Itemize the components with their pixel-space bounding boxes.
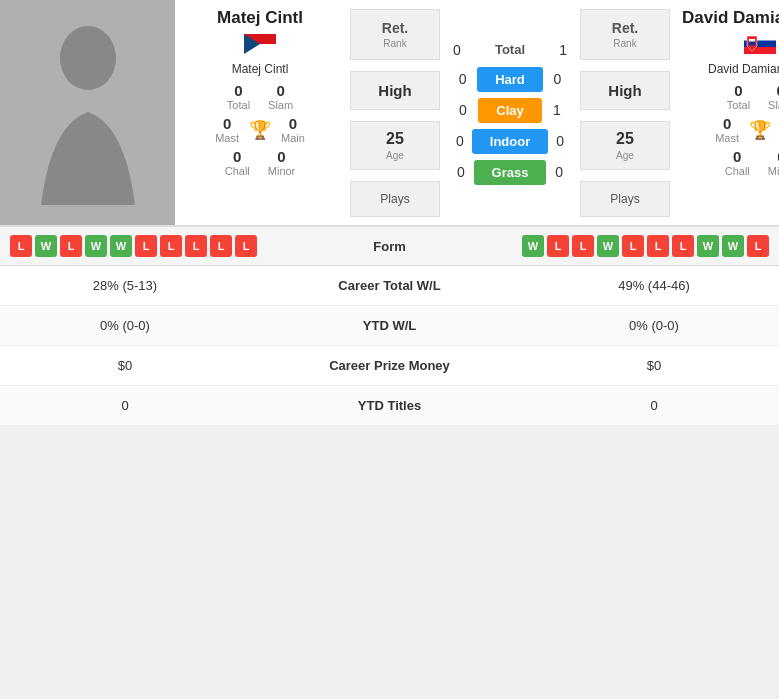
right-badge-l: L — [572, 235, 594, 257]
table-row-0: 28% (5-13) Career Total W/L 49% (44-46) — [0, 266, 779, 306]
left-stat-row1: 0 Total 0 Slam — [227, 82, 293, 111]
left-minor: 0 Minor — [268, 148, 296, 177]
right-total: 0 Total — [727, 82, 750, 111]
left-mast: 0 Mast — [215, 115, 239, 144]
left-info: Matej Cintl Matej Cintl 0 Total 0 Slam — [175, 0, 345, 225]
right-rank-box: Ret. Rank — [580, 9, 670, 60]
right-stat-row1: 0 Total 0 Slam — [727, 82, 779, 111]
table-right-3: 0 — [544, 398, 764, 413]
left-player-name-label: Matej Cintl — [232, 62, 289, 76]
right-info: David Damian Brna David Damian Brna 0 To… — [675, 0, 779, 225]
right-flag — [744, 34, 776, 54]
left-badge-l: L — [135, 235, 157, 257]
main-container: Matej Cintl Matej Cintl 0 Total 0 Slam — [0, 0, 779, 426]
left-stat-row2: 0 Mast 🏆 0 Main — [215, 115, 305, 144]
table-center-0: Career Total W/L — [235, 278, 544, 293]
right-badge-l: L — [747, 235, 769, 257]
table-left-3: 0 — [15, 398, 235, 413]
indoor-surface-btn[interactable]: Indoor — [472, 129, 548, 154]
table-left-0: 28% (5-13) — [15, 278, 235, 293]
right-minor: 0 Minor — [768, 148, 779, 177]
player-comparison: Matej Cintl Matej Cintl 0 Total 0 Slam — [0, 0, 779, 226]
table-row-3: 0 YTD Titles 0 — [0, 386, 779, 426]
left-plays-box: Plays — [350, 181, 440, 217]
left-form-badges: LWLWWLLLLL — [10, 235, 257, 257]
table-center-2: Career Prize Money — [235, 358, 544, 373]
surface-scores: 0 Total 1 0 Hard 0 0 Clay 1 0 Indoor 0 — [445, 0, 575, 225]
right-mast: 0 Mast — [715, 115, 739, 144]
right-player-name-label: David Damian Brna — [708, 62, 779, 76]
right-badge-l: L — [622, 235, 644, 257]
left-badge-l: L — [210, 235, 232, 257]
right-form-badges: WLLWLLLWWL — [522, 235, 769, 257]
left-badge-l: L — [10, 235, 32, 257]
clay-score-row: 0 Clay 1 — [445, 95, 575, 126]
left-badge-w: W — [35, 235, 57, 257]
right-badge-l: L — [547, 235, 569, 257]
svg-point-0 — [60, 26, 116, 90]
stats-table: 28% (5-13) Career Total W/L 49% (44-46) … — [0, 266, 779, 426]
right-chall: 0 Chall — [725, 148, 750, 177]
left-flag — [244, 34, 276, 54]
svg-rect-8 — [749, 42, 755, 46]
left-rank-box: Ret. Rank — [350, 9, 440, 60]
left-trophy-icon: 🏆 — [249, 119, 271, 141]
left-badge-w: W — [110, 235, 132, 257]
left-age-box: 25 Age — [350, 121, 440, 170]
right-badge-w: W — [697, 235, 719, 257]
left-badge-l: L — [185, 235, 207, 257]
right-stat-row2: 0 Mast 🏆 0 Main — [715, 115, 779, 144]
left-chall: 0 Chall — [225, 148, 250, 177]
grass-score-row: 0 Grass 0 — [445, 157, 575, 188]
right-badge-w: W — [722, 235, 744, 257]
left-stat-row3: 0 Chall 0 Minor — [225, 148, 296, 177]
right-rank-panel: Ret. Rank High 25 Age Plays — [575, 0, 675, 225]
right-age-box: 25 Age — [580, 121, 670, 170]
table-row-1: 0% (0-0) YTD W/L 0% (0-0) — [0, 306, 779, 346]
table-left-2: $0 — [15, 358, 235, 373]
table-right-1: 0% (0-0) — [544, 318, 764, 333]
table-right-0: 49% (44-46) — [544, 278, 764, 293]
hard-surface-btn[interactable]: Hard — [477, 67, 543, 92]
left-badge-l: L — [60, 235, 82, 257]
right-trophy-icon: 🏆 — [749, 119, 771, 141]
right-slam: 0 Slam — [768, 82, 779, 111]
table-row-2: $0 Career Prize Money $0 — [0, 346, 779, 386]
form-label: Form — [350, 239, 430, 254]
table-left-1: 0% (0-0) — [15, 318, 235, 333]
right-stat-row3: 0 Chall 0 Minor — [725, 148, 779, 177]
right-badge-w: W — [522, 235, 544, 257]
left-total: 0 Total — [227, 82, 250, 111]
left-main: 0 Main — [281, 115, 305, 144]
clay-surface-btn[interactable]: Clay — [478, 98, 542, 123]
right-badge-w: W — [597, 235, 619, 257]
hard-score-row: 0 Hard 0 — [445, 64, 575, 95]
left-name: Matej Cintl — [217, 8, 303, 28]
grass-surface-btn[interactable]: Grass — [474, 160, 547, 185]
total-score-row: 0 Total 1 — [445, 38, 575, 62]
indoor-score-row: 0 Indoor 0 — [445, 126, 575, 157]
form-section: LWLWWLLLLL Form WLLWLLLWWL — [0, 226, 779, 266]
right-plays-box: Plays — [580, 181, 670, 217]
left-rank-panel: Ret. Rank High 25 Age Plays — [345, 0, 445, 225]
left-high-box: High — [350, 71, 440, 110]
left-slam: 0 Slam — [268, 82, 293, 111]
left-badge-w: W — [85, 235, 107, 257]
table-right-2: $0 — [544, 358, 764, 373]
right-badge-l: L — [647, 235, 669, 257]
right-high-box: High — [580, 71, 670, 110]
table-center-3: YTD Titles — [235, 398, 544, 413]
right-name: David Damian Brna — [682, 8, 779, 28]
left-badge-l: L — [160, 235, 182, 257]
left-photo — [0, 0, 175, 225]
right-badge-l: L — [672, 235, 694, 257]
left-badge-l: L — [235, 235, 257, 257]
table-center-1: YTD W/L — [235, 318, 544, 333]
